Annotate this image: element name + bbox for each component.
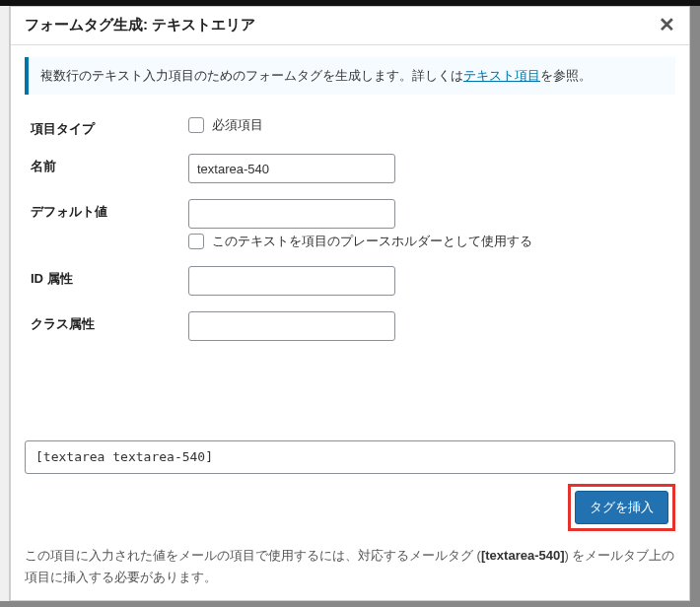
modal-header: フォームタグ生成: テキストエリア ✕ — [11, 7, 689, 45]
mail-tag: [textarea-540] — [481, 548, 565, 563]
name-input[interactable] — [188, 154, 395, 183]
modal-body: 複数行のテキスト入力項目のためのフォームタグを生成します。詳しくはテキスト項目を… — [11, 45, 689, 431]
id-attr-label: ID 属性 — [25, 258, 182, 304]
close-icon[interactable]: ✕ — [659, 15, 675, 34]
default-value-label: デフォルト値 — [25, 191, 182, 258]
info-box: 複数行のテキスト入力項目のためのフォームタグを生成します。詳しくはテキスト項目を… — [25, 57, 675, 95]
required-checkbox[interactable] — [188, 117, 204, 133]
info-text-before: 複数行のテキスト入力項目のためのフォームタグを生成します。詳しくは — [40, 68, 463, 83]
help-text: この項目に入力された値をメールの項目で使用するには、対応するメールタグ ([te… — [25, 545, 675, 588]
help-text-before: この項目に入力された値をメールの項目で使用するには、対応するメールタグ ( — [25, 548, 481, 563]
info-link[interactable]: テキスト項目 — [463, 68, 540, 83]
placeholder-checkbox[interactable] — [188, 234, 204, 249]
required-checkbox-label: 必須項目 — [212, 116, 263, 134]
modal-footer: タグを挿入 この項目に入力された値をメールの項目で使用するには、対応するメールタ… — [11, 431, 689, 600]
insert-tag-button[interactable]: タグを挿入 — [575, 491, 668, 524]
tag-output[interactable] — [25, 440, 675, 474]
info-text-after: を参照。 — [540, 68, 592, 83]
default-value-input[interactable] — [188, 199, 395, 229]
form-tag-generator-modal: フォームタグ生成: テキストエリア ✕ 複数行のテキスト入力項目のためのフォーム… — [10, 6, 690, 601]
modal-title: フォームタグ生成: テキストエリア — [25, 16, 255, 34]
insert-button-highlight: タグを挿入 — [568, 484, 675, 531]
form-fields-table: 項目タイプ 必須項目 名前 デフォルト値 — [25, 108, 675, 349]
field-type-label: 項目タイプ — [25, 108, 182, 146]
placeholder-checkbox-label: このテキストを項目のプレースホルダーとして使用する — [212, 233, 532, 250]
id-attr-input[interactable] — [188, 266, 395, 296]
class-attr-input[interactable] — [188, 311, 395, 341]
name-label: 名前 — [25, 146, 182, 191]
class-attr-label: クラス属性 — [25, 304, 182, 349]
